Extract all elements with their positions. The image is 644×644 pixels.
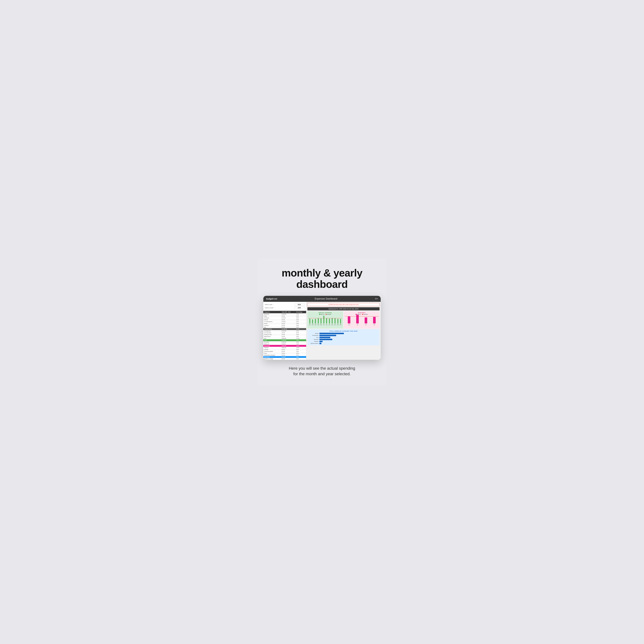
cat-name: Household [263,345,281,347]
cat-amount: $ 800.00 [281,337,295,339]
cat-pct: 0.0% [295,334,306,336]
table-row: Electricity$ 100.002.2% [263,313,306,315]
table-row: Toiletries$ 900.0019.8% [263,347,306,349]
cat-name: TV subscriptions [263,321,281,323]
category-chart: TOTAL SPEND BY CATEGORY THIS YEAR Housin… [307,329,380,345]
cat-name: Food [263,339,281,341]
bar-group: MAY2024 [320,318,322,325]
bar-fill [348,316,350,323]
bar-group: DEC2024 [339,319,342,325]
table-row: Car insurance$ 0.000.0% [263,332,306,334]
cat-name: Water [263,315,281,317]
cat-name: Cleaning supplies [263,350,281,352]
horiz-bar-label: Education [309,341,319,342]
cat-name: Car insurance [263,332,281,334]
table-row: Eating out$ 45.001.0% [263,343,306,345]
cat-amount: $ 100.00 [281,313,295,315]
bar-fill [318,318,319,323]
cat-name: Electricity [263,313,281,315]
month-select[interactable]: APR [295,307,305,309]
quarterly-chart: QUARTERLY AMOUNT AVERAGE Q12024 Q22024 Q… [344,311,380,328]
db-title: Expenses Dashboard [315,298,337,300]
cat-pct: 0.0% [295,332,306,334]
horiz-bar-label: Housing [309,333,319,334]
cat-name: Transportation [263,328,281,330]
horiz-bar-fill [319,335,336,336]
horiz-bar-fill [319,341,323,342]
cat-amount: $ 15.00 [281,317,295,319]
bar-group: JUL2024 [325,318,328,325]
table-row: Children's college$ 0.000.0% [263,358,306,360]
table-row: Parking & Tolls$ 0.000.0% [263,334,306,336]
monthly-chart: MONTHLY EXPENSES AMOUNT AVERAGE JAN2024 … [307,311,343,328]
category-chart-title: TOTAL SPEND BY CATEGORY THIS YEAR [309,330,378,332]
bar-fill [356,315,359,323]
cat-pct: 0.0% [295,358,306,360]
bar-label: JUL2024 [326,324,327,325]
cat-pct: 19.8% [295,345,306,347]
charts-row: MONTHLY EXPENSES AMOUNT AVERAGE JAN2024 … [306,311,381,329]
cat-amount: $ 0.00 [281,332,295,334]
table-row: Household$ 900.0019.8% [263,345,306,347]
cat-amount: $ 900.00 [281,345,295,347]
table-row: Tools$ 0.000.0% [263,352,306,354]
horiz-bar-label: Special occasions [309,343,319,344]
cat-amount: $ 0.00 [281,319,295,321]
table-row: Gas$ 800.0017.6% [263,337,306,339]
bar-label: OCT2024 [334,324,336,325]
bar-group: APR2024 [317,318,320,325]
right-panel: $1685 have been spent with Credit Card(s… [306,302,381,360]
cat-amount: $ 0.00 [281,350,295,352]
cat-name: Car payment [263,330,281,332]
bar-label: JAN2024 [309,324,311,325]
table-row: Phone$ 0.000.0% [263,323,306,324]
cat-name: Gas [263,337,281,339]
bar-fill [315,319,316,323]
cat-pct: 0.0% [295,326,306,328]
bar-fill [321,318,321,323]
cat-name: test [263,326,281,328]
cat-name: Parking & Tolls [263,334,281,336]
table-row: Maintenance$ 0.000.0% [263,336,306,337]
quarterly-chart-title: QUARTERLY [345,312,379,313]
brand-suffix: mate [273,298,277,300]
bar-group: Q22024 [353,315,362,325]
bar-group: JUN2024 [323,316,325,325]
page-wrapper: monthly & yearly dashboard budgetmate Ex… [258,259,386,385]
bar-group: MAR2024 [314,319,317,325]
year-select[interactable]: 2024 [295,303,305,306]
quarterly-legend-average: AVERAGE [362,314,368,315]
table-row: Dishwasher detergent$ 0.000.0% [263,354,306,356]
horiz-bar-row: Housing [309,333,378,334]
horiz-bar-label: Household [309,339,319,340]
cat-amount: $ 0.00 [281,336,295,337]
cat-pct: 0.0% [295,350,306,352]
bar-group: SEP2024 [331,318,334,325]
footer-text: Here you will see the actual spending fo… [289,366,355,377]
table-row: Cleaning supplies$ 0.000.0% [263,350,306,352]
cat-name: Furniture [263,324,281,326]
col-categories: Categories [263,311,281,313]
quarterly-legend: AMOUNT AVERAGE [345,314,379,315]
db-body: Select a year → 2024 Select a month → AP… [263,302,381,360]
horiz-bar-fill [319,339,332,340]
cat-pct: 0.0% [295,319,306,321]
cat-name: Internet [263,319,281,321]
cat-amount: $ 0.00 [281,324,295,326]
monthly-legend-amount: AMOUNT [319,314,324,315]
cat-name: Toiletries [263,347,281,349]
horiz-bar-row: Transportation [309,335,378,336]
quarterly-bars-container: Q12024 Q22024 Q32024 Q42024 [345,315,379,325]
year-selector-row: Select a year → 2024 [265,303,305,306]
cat-pct: 0.4% [295,356,306,358]
dashboard-subtitle: Dashboard for: APR 2024 & Full Year 2024 [307,307,380,310]
cat-amount: $ 0.00 [281,323,295,324]
horiz-bar-row: Special occasions [309,343,378,344]
table-row: Transportation$ 1,050.0023.2% [263,328,306,330]
bar-group: NOV2024 [337,319,339,325]
brand-prefix: budget [266,298,273,300]
cat-amount: $ 0.00 [281,326,295,328]
horiz-bar-label: Food [309,337,319,338]
cat-amount: $ 0.00 [281,358,295,360]
selectors: Select a year → 2024 Select a month → AP… [263,302,306,311]
